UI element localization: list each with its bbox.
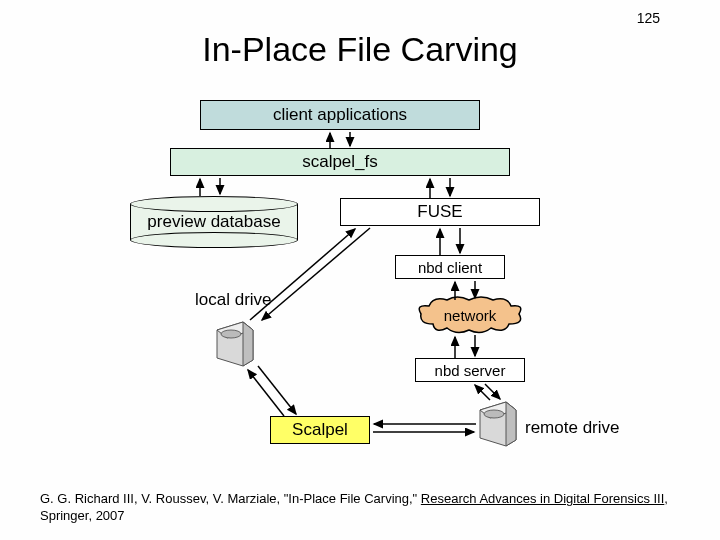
box-scalpel-fs: scalpel_fs [170, 148, 510, 176]
label-remote-drive: remote drive [525, 418, 619, 438]
box-scalpel: Scalpel [270, 416, 370, 444]
box-nbd-client: nbd client [395, 255, 505, 279]
svg-point-0 [221, 330, 241, 338]
svg-line-19 [258, 366, 296, 414]
citation-text: G. G. Richard III, V. Roussev, V. Marzia… [40, 491, 680, 525]
svg-line-16 [475, 385, 490, 400]
label-local-drive: local drive [195, 290, 272, 310]
box-client-applications: client applications [200, 100, 480, 130]
svg-line-18 [248, 370, 284, 416]
arrows-layer [0, 0, 720, 540]
box-fuse: FUSE [340, 198, 540, 226]
harddrive-icon [478, 400, 518, 448]
cloud-network: network [415, 296, 525, 334]
svg-point-1 [484, 410, 504, 418]
diagram-canvas: client applications scalpel_fs FUSE prev… [0, 0, 720, 540]
harddrive-icon [215, 320, 255, 368]
box-nbd-server: nbd server [415, 358, 525, 382]
svg-line-17 [485, 384, 500, 399]
cylinder-preview-database: preview database [130, 196, 298, 248]
